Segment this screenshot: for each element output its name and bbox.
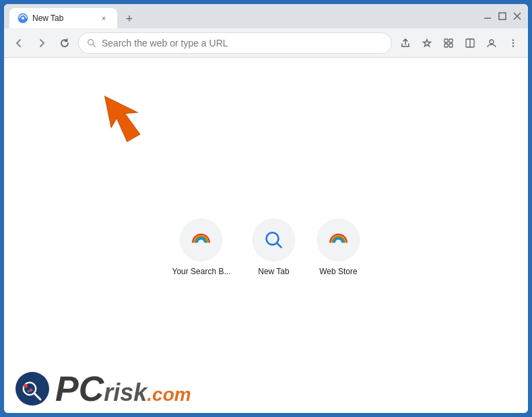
title-bar: New Tab × + (4, 4, 528, 28)
bookmark-button[interactable] (418, 34, 436, 53)
svg-rect-7 (449, 44, 453, 47)
extensions-button[interactable] (439, 34, 458, 53)
toolbar-actions (396, 34, 523, 53)
active-tab[interactable]: New Tab × (9, 8, 117, 28)
address-input[interactable] (102, 38, 383, 49)
close-window-icon[interactable] (512, 11, 523, 22)
tab-favicon (18, 13, 28, 24)
svg-point-10 (490, 40, 494, 44)
shortcut-icon-new-tab (252, 218, 295, 261)
watermark-text-group: PC risk .com (55, 371, 191, 406)
profile-button[interactable] (482, 34, 501, 53)
svg-point-1 (22, 17, 24, 20)
watermark-risk: risk (104, 381, 147, 405)
new-tab-button[interactable]: + (120, 9, 139, 28)
svg-point-21 (30, 389, 33, 392)
shortcut-label-web-store: Web Store (319, 267, 357, 276)
tab-close-button[interactable]: × (98, 13, 109, 24)
nav-bar (4, 28, 528, 58)
shortcut-icon-your-search (180, 218, 223, 261)
svg-point-13 (512, 45, 514, 46)
svg-point-22 (27, 390, 30, 393)
svg-rect-5 (449, 39, 453, 42)
share-button[interactable] (396, 34, 415, 53)
svg-rect-4 (444, 39, 448, 42)
browser-window: New Tab × + (3, 3, 529, 414)
reload-button[interactable] (55, 34, 74, 53)
arrow-annotation (102, 90, 162, 154)
page-content: Your Search B... New Tab (4, 58, 528, 413)
address-bar[interactable] (78, 32, 392, 54)
pcrisk-logo (15, 371, 50, 406)
back-button[interactable] (9, 34, 28, 53)
tab-title: New Tab (32, 13, 94, 23)
svg-marker-14 (102, 90, 147, 145)
shortcut-icon-web-store (317, 218, 360, 261)
svg-point-20 (24, 384, 28, 388)
shortcut-your-search[interactable]: Your Search B... (172, 218, 231, 276)
watermark-domain: .com (147, 385, 191, 404)
split-view-button[interactable] (461, 34, 479, 53)
watermark-pc: PC (55, 371, 104, 406)
svg-rect-2 (499, 13, 506, 20)
window-controls (482, 11, 523, 22)
minimize-icon[interactable] (482, 11, 493, 22)
shortcut-label-your-search: Your Search B... (172, 267, 231, 276)
svg-point-12 (512, 42, 514, 43)
shortcut-label-new-tab: New Tab (258, 267, 289, 276)
svg-rect-6 (444, 44, 448, 47)
tab-strip: New Tab × + (9, 4, 482, 28)
forward-button[interactable] (32, 34, 51, 53)
svg-point-11 (512, 39, 514, 40)
menu-button[interactable] (504, 34, 523, 53)
shortcut-new-tab[interactable]: New Tab (252, 218, 295, 276)
maximize-icon[interactable] (497, 11, 508, 22)
address-search-icon (87, 38, 96, 48)
watermark: PC risk .com (15, 371, 191, 406)
shortcuts-grid: Your Search B... New Tab (172, 218, 360, 276)
shortcut-web-store[interactable]: Web Store (317, 218, 360, 276)
